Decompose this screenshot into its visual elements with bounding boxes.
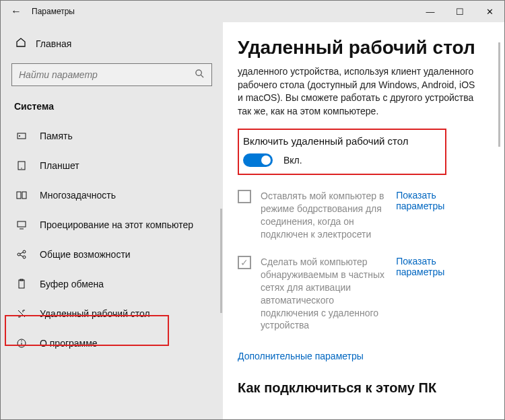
home-icon [15,37,26,50]
checkbox-discoverable[interactable] [238,256,251,269]
sidebar-item-label: Удаленный рабочий стол [40,308,150,319]
sidebar-item-projecting[interactable]: Проецирование на этот компьютер [1,210,223,240]
sidebar-item-label: Общие возможности [40,249,131,260]
sidebar-item-about[interactable]: О программе [1,328,223,358]
sidebar-scrollbar[interactable] [220,209,222,313]
svg-point-9 [18,253,20,256]
how-to-connect-heading: Как подключиться к этому ПК [238,380,481,396]
sidebar-item-label: Планшет [40,160,79,171]
toggle-highlight-box: Включить удаленный рабочий стол Вкл. [238,129,446,175]
sidebar-item-label: Проецирование на этот компьютер [40,219,193,230]
svg-rect-8 [18,221,26,227]
svg-point-0 [196,70,201,75]
svg-rect-7 [22,192,26,199]
option-text: Сделать мой компьютер обнаруживаемым в ч… [261,256,386,332]
content-pane: Удаленный рабочий стол удаленного устрой… [223,22,504,419]
svg-rect-2 [18,133,26,139]
remote-desktop-icon [15,308,28,319]
window-title: Параметры [22,7,415,16]
page-title: Удаленный рабочий стол [238,37,481,59]
sidebar: Главная Система Память Планшет [1,22,223,419]
clipboard-icon [15,279,28,289]
show-params-link[interactable]: Показать параметры [396,190,481,211]
sidebar-item-tablet[interactable]: Планшет [1,151,223,180]
nav-list: Память Планшет Многозадачность Проециров… [1,121,223,358]
multitasking-icon [15,190,28,201]
intro-text: удаленного устройства, используя клиент … [238,65,481,118]
sidebar-item-label: Буфер обмена [40,279,104,289]
home-label: Главная [36,38,71,49]
sidebar-item-shared[interactable]: Общие возможности [1,240,223,269]
back-button[interactable]: ← [10,5,22,18]
svg-rect-6 [17,192,21,199]
maximize-button[interactable]: ☐ [445,1,475,22]
content-scrollbar[interactable] [498,42,500,147]
svg-point-16 [21,341,22,342]
option-keep-awake: Оставлять мой компьютер в режиме бодрств… [238,190,481,241]
settings-window: ← Параметры — ☐ ✕ Главная Система [0,0,505,420]
sidebar-item-label: О программе [40,338,98,349]
svg-line-1 [201,75,203,77]
search-icon [195,69,205,81]
shared-icon [15,249,28,260]
search-input[interactable] [19,69,195,80]
sidebar-item-storage[interactable]: Память [1,121,223,151]
section-heading: Система [1,96,223,121]
titlebar: ← Параметры — ☐ ✕ [1,1,504,22]
svg-point-10 [23,250,26,253]
projecting-icon [15,219,28,230]
toggle-state-label: Вкл. [283,155,302,166]
svg-point-5 [21,168,22,168]
tablet-icon [15,160,28,171]
svg-rect-12 [19,280,24,288]
show-params-link[interactable]: Показать параметры [396,256,481,277]
svg-point-11 [23,256,26,258]
advanced-params-link[interactable]: Дополнительные параметры [238,351,481,361]
remote-desktop-toggle[interactable] [243,153,273,167]
sidebar-item-remote-desktop[interactable]: Удаленный рабочий стол [1,299,223,328]
search-box[interactable] [11,63,212,86]
sidebar-item-multitasking[interactable]: Многозадачность [1,180,223,210]
toggle-title: Включить удаленный рабочий стол [243,135,438,147]
option-discoverable: Сделать мой компьютер обнаруживаемым в ч… [238,256,481,332]
close-button[interactable]: ✕ [475,1,504,22]
option-text: Оставлять мой компьютер в режиме бодрств… [261,190,386,241]
sidebar-item-clipboard[interactable]: Буфер обмена [1,269,223,299]
home-link[interactable]: Главная [1,32,223,55]
svg-point-3 [19,135,20,137]
sidebar-item-label: Память [40,131,73,141]
checkbox-keep-awake[interactable] [238,190,251,203]
storage-icon [15,131,28,141]
sidebar-item-label: Многозадачность [40,190,116,201]
minimize-button[interactable]: — [415,1,445,22]
about-icon [15,338,28,349]
